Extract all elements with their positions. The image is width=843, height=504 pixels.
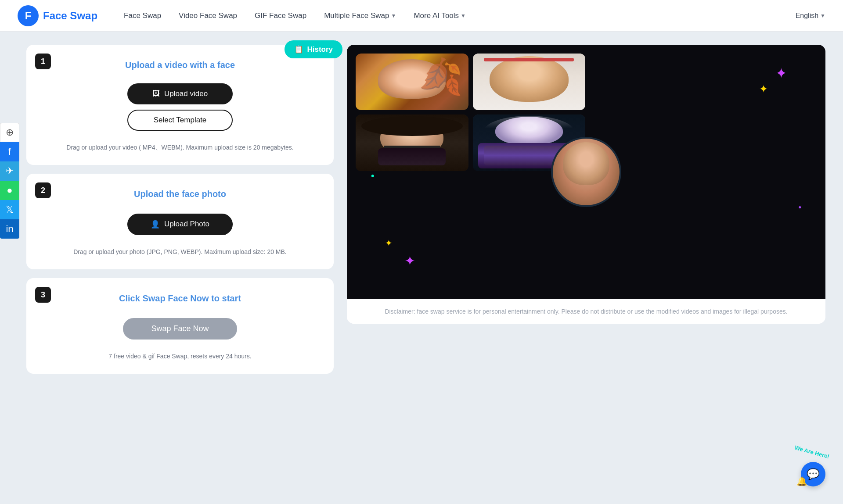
linkedin-button[interactable]: in xyxy=(0,219,19,239)
share-button[interactable]: ⊕ xyxy=(0,123,19,142)
select-template-button[interactable]: Select Template xyxy=(127,110,233,131)
step-1-card: 1 Upload a video with a face 🖼 Upload vi… xyxy=(26,45,334,165)
language-label: English xyxy=(796,12,818,20)
nav-links: Face Swap Video Face Swap GIF Face Swap … xyxy=(124,11,796,20)
step-1-hint: Drag or upload your video ( MP4、WEBM). M… xyxy=(66,144,293,152)
preview-cell-retro xyxy=(473,54,586,110)
sparkle-dot-1: ● xyxy=(371,172,375,179)
step-3-buttons: Swap Face Now xyxy=(123,318,237,340)
preview-container: ✦ ✦ ✦ ✦ ● ● xyxy=(347,45,825,324)
sparkle-star-2: ✦ xyxy=(775,65,787,82)
nav-face-swap[interactable]: Face Swap xyxy=(124,11,161,20)
bell-icon: 🔔 xyxy=(796,476,807,486)
autumn-woman-image xyxy=(356,54,468,110)
nav-multiple-face-swap[interactable]: Multiple Face Swap ▼ xyxy=(324,11,396,20)
step-2-hint: Drag or upload your photo (JPG, PNG, WEB… xyxy=(73,248,287,255)
twitter-button[interactable]: 𝕏 xyxy=(0,200,19,219)
logo-text: Face Swap xyxy=(43,10,97,22)
we-are-here-label: We Are Here! xyxy=(794,444,830,460)
step-2-title: Upload the face photo xyxy=(44,189,316,199)
step-2-card: 2 Upload the face photo 👤 Upload Photo D… xyxy=(26,174,334,269)
retro-woman-image xyxy=(473,54,586,110)
preview-image-area: ✦ ✦ ✦ ✦ ● ● xyxy=(347,45,825,299)
step-1-upload-area: 🖼 Upload video Select Template Drag or u… xyxy=(44,83,316,152)
chat-widget: We Are Here! 💬 🔔 xyxy=(801,462,825,486)
swap-face-button[interactable]: Swap Face Now xyxy=(123,318,237,340)
step-1-title: Upload a video with a face xyxy=(44,60,316,70)
step-3-hint: 7 free video & gif Face Swap, resets eve… xyxy=(108,353,251,360)
sparkle-star-1: ✦ xyxy=(759,83,768,95)
preview-grid xyxy=(356,54,585,171)
navbar: F Face Swap Face Swap Video Face Swap GI… xyxy=(0,0,843,32)
step-3-action-area: Swap Face Now 7 free video & gif Face Sw… xyxy=(44,317,316,361)
upload-photo-icon: 👤 xyxy=(151,220,160,229)
language-selector[interactable]: English ▼ xyxy=(796,12,825,20)
dark-woman-image xyxy=(356,114,468,171)
step-1-number: 1 xyxy=(35,54,51,69)
preview-cell-dark xyxy=(356,114,468,171)
telegram-button[interactable]: ✈ xyxy=(0,161,19,181)
language-chevron-icon: ▼ xyxy=(820,13,825,19)
history-button[interactable]: 📋 History xyxy=(285,40,342,58)
nav-gif-face-swap[interactable]: GIF Face Swap xyxy=(255,11,306,20)
nav-right: English ▼ xyxy=(796,12,825,20)
nav-video-face-swap[interactable]: Video Face Swap xyxy=(179,11,237,20)
step-2-upload-area: 👤 Upload Photo Drag or upload your photo… xyxy=(44,212,316,256)
logo-link[interactable]: F Face Swap xyxy=(18,5,97,26)
step-3-number: 3 xyxy=(35,287,51,303)
center-face-circle xyxy=(551,137,621,207)
preview-cell-autumn xyxy=(356,54,468,110)
nav-more-ai-tools[interactable]: More AI Tools ▼ xyxy=(414,11,466,20)
right-panel: ✦ ✦ ✦ ✦ ● ● xyxy=(347,45,825,374)
sparkle-star-4: ✦ xyxy=(404,253,415,268)
social-sidebar: ⊕ f ✈ ● 𝕏 in xyxy=(0,123,19,239)
logo-icon: F xyxy=(18,5,39,26)
chevron-down-icon-2: ▼ xyxy=(461,13,466,19)
left-panel: 📋 History 1 Upload a video with a face 🖼… xyxy=(26,45,334,374)
step-3-title: Click Swap Face Now to start xyxy=(44,293,316,304)
sparkle-star-3: ✦ xyxy=(385,238,393,248)
upload-video-label: Upload video xyxy=(164,89,208,98)
facebook-button[interactable]: f xyxy=(0,142,19,161)
step-2-buttons: 👤 Upload Photo xyxy=(127,214,233,235)
whatsapp-button[interactable]: ● xyxy=(0,181,19,200)
disclaimer-text: Disclaimer: face swap service is for per… xyxy=(347,299,825,324)
step-1-buttons: 🖼 Upload video Select Template xyxy=(127,83,233,131)
upload-video-icon: 🖼 xyxy=(152,89,160,98)
chevron-down-icon: ▼ xyxy=(391,13,396,19)
step-3-card: 3 Click Swap Face Now to start Swap Face… xyxy=(26,278,334,374)
upload-photo-label: Upload Photo xyxy=(164,220,209,229)
history-label: History xyxy=(307,45,333,54)
sparkle-dot-2: ● xyxy=(798,204,801,210)
main-content: 📋 History 1 Upload a video with a face 🖼… xyxy=(0,32,843,387)
step-2-number: 2 xyxy=(35,182,51,198)
upload-video-button[interactable]: 🖼 Upload video xyxy=(127,83,233,104)
history-icon: 📋 xyxy=(294,45,303,54)
upload-photo-button[interactable]: 👤 Upload Photo xyxy=(127,214,233,235)
